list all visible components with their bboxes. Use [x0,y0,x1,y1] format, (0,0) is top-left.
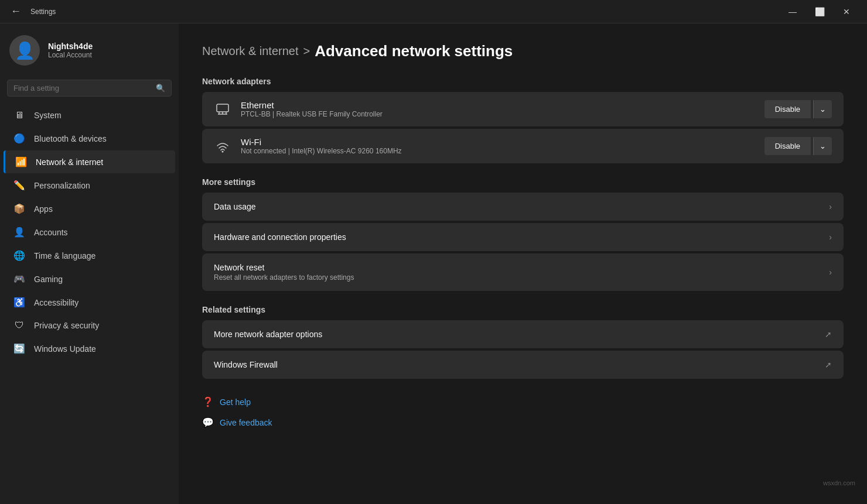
more-network-adapter-title: More network adapter options [214,330,815,339]
sidebar-item-label: Accessibility [34,298,78,307]
ethernet-adapter-card: Ethernet PTCL-BB | Realtek USB FE Family… [202,92,844,126]
ethernet-info: Ethernet PTCL-BB | Realtek USB FE Family… [241,100,755,118]
ethernet-adapter: Ethernet PTCL-BB | Realtek USB FE Family… [202,92,844,126]
sidebar-item-label: Privacy & security [34,321,99,330]
sidebar-item-privacy[interactable]: 🛡 Privacy & security [4,314,175,337]
external-link-icon: ➚ [825,330,832,339]
apps-icon: 📦 [13,203,26,214]
sidebar-item-label: Apps [34,204,53,214]
search-icon: 🔍 [156,84,165,92]
data-usage-content: Data usage [214,202,820,211]
give-feedback-label: Give feedback [220,418,272,427]
hardware-properties-content: Hardware and connection properties [214,232,820,242]
ethernet-desc: PTCL-BB | Realtek USB FE Family Controll… [241,110,755,118]
ethernet-controls: Disable ⌄ [764,100,832,118]
windows-update-icon: 🔄 [13,343,26,354]
title-bar-left: ← Settings [7,4,56,19]
gaming-icon: 🎮 [13,273,26,284]
maximize-button[interactable]: ⬜ [806,0,833,23]
sidebar-item-bluetooth[interactable]: 🔵 Bluetooth & devices [4,127,175,150]
sidebar-item-system[interactable]: 🖥 System [4,104,175,126]
sidebar-item-label: System [34,111,62,120]
sidebar-item-gaming[interactable]: 🎮 Gaming [4,268,175,290]
user-type: Local Account [48,51,93,59]
wifi-adapter: Wi-Fi Not connected | Intel(R) Wireless-… [202,129,844,163]
ethernet-name: Ethernet [241,100,755,110]
user-profile: 👤 Nightsh4de Local Account [0,23,179,75]
breadcrumb-current: Advanced network settings [315,42,513,60]
chevron-right-icon: › [829,232,832,242]
search-input[interactable] [13,84,151,92]
windows-firewall-row[interactable]: Windows Firewall ➚ [202,351,844,379]
personalization-icon: ✏️ [13,180,26,191]
user-name: Nightsh4de [48,42,93,51]
external-link-icon: ➚ [825,360,832,369]
sidebar-item-time[interactable]: 🌐 Time & language [4,244,175,267]
ethernet-icon [214,103,231,116]
windows-firewall-content: Windows Firewall [214,360,815,369]
sidebar-item-accounts[interactable]: 👤 Accounts [4,221,175,244]
network-reset-row[interactable]: Network reset Reset all network adapters… [202,253,844,291]
network-adapters-title: Network adapters [202,77,844,86]
ethernet-disable-button[interactable]: Disable [764,100,811,118]
get-help-icon: ❓ [202,396,214,407]
sidebar-item-apps[interactable]: 📦 Apps [4,197,175,220]
wifi-info: Wi-Fi Not connected | Intel(R) Wireless-… [241,137,755,155]
content-area: Network & internet > Advanced network se… [179,23,867,504]
wifi-name: Wi-Fi [241,137,755,147]
breadcrumb-parent[interactable]: Network & internet [202,44,299,58]
sidebar-item-network[interactable]: 📶 Network & internet [4,150,175,173]
data-usage-row[interactable]: Data usage › [202,193,844,221]
sidebar-item-label: Time & language [34,251,95,260]
wifi-adapter-card: Wi-Fi Not connected | Intel(R) Wireless-… [202,129,844,163]
hardware-properties-row[interactable]: Hardware and connection properties › [202,223,844,251]
bluetooth-icon: 🔵 [13,133,26,144]
minimize-button[interactable]: — [779,0,806,23]
privacy-icon: 🛡 [13,320,26,331]
sidebar-nav: 🖥 System 🔵 Bluetooth & devices 📶 Network… [0,104,179,361]
search-box: 🔍 [7,80,172,97]
wifi-disable-button[interactable]: Disable [764,137,811,155]
related-settings-title: Related settings [202,305,844,314]
sidebar-item-label: Accounts [34,228,68,237]
get-help-link[interactable]: ❓ Get help [202,393,844,411]
accounts-icon: 👤 [13,227,26,238]
avatar-icon: 👤 [15,41,35,60]
app-title: Settings [30,8,56,16]
wifi-expand-button[interactable]: ⌄ [813,137,832,155]
user-info: Nightsh4de Local Account [48,42,93,59]
network-reset-desc: Reset all network adapters to factory se… [214,273,820,282]
hardware-properties-title: Hardware and connection properties [214,232,820,242]
give-feedback-link[interactable]: 💬 Give feedback [202,413,844,431]
wifi-icon [214,140,231,153]
sidebar-item-label: Bluetooth & devices [34,134,107,143]
more-network-adapter-row[interactable]: More network adapter options ➚ [202,320,844,348]
watermark: wsxdn.com [823,479,855,486]
sidebar-item-windows-update[interactable]: 🔄 Windows Update [4,337,175,360]
network-icon: 📶 [15,156,28,167]
sidebar-item-accessibility[interactable]: ♿ Accessibility [4,291,175,314]
chevron-right-icon: › [829,268,832,277]
breadcrumb: Network & internet > Advanced network se… [202,42,844,60]
network-reset-title: Network reset [214,263,820,272]
give-feedback-icon: 💬 [202,417,214,428]
app-container: 👤 Nightsh4de Local Account 🔍 🖥 System 🔵 … [0,23,867,504]
accessibility-icon: ♿ [13,297,26,308]
svg-point-5 [222,150,224,152]
more-network-adapter-content: More network adapter options [214,330,815,339]
search-container: 🔍 [0,75,179,104]
data-usage-title: Data usage [214,202,820,211]
chevron-right-icon: › [829,202,832,211]
network-reset-content: Network reset Reset all network adapters… [214,263,820,282]
more-settings-title: More settings [202,177,844,187]
ethernet-expand-button[interactable]: ⌄ [813,100,832,118]
bottom-links: ❓ Get help 💬 Give feedback [202,393,844,431]
title-bar: ← Settings — ⬜ ✕ [0,0,867,23]
back-button[interactable]: ← [7,4,25,19]
breadcrumb-separator: > [303,44,310,58]
close-button[interactable]: ✕ [833,0,860,23]
wifi-controls: Disable ⌄ [764,137,832,155]
avatar: 👤 [9,35,40,66]
sidebar-item-personalization[interactable]: ✏️ Personalization [4,174,175,197]
window-controls: — ⬜ ✕ [779,0,860,23]
